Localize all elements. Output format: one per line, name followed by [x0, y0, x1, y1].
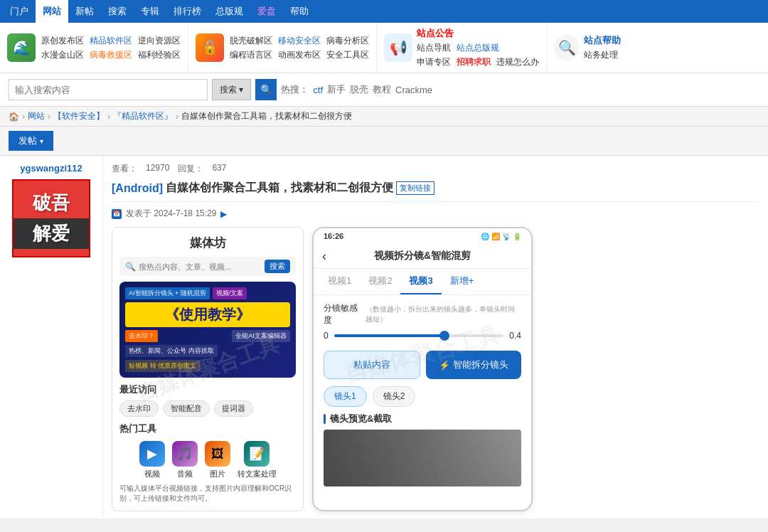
link-programming[interactable]: 编程语言区	[230, 49, 272, 61]
help-title[interactable]: 站点帮助	[584, 34, 621, 47]
phone-slider-section: 分镜敏感度 （数值越小，拆分出来的镜头越多，单镜头时间越短） 0 0.4	[314, 295, 531, 348]
app-screenshot: 自媒体聚合工具 媒体坊 🔍 搜索 AI智能拆分镜头 + 随机混剪 视频/文案 《…	[112, 227, 304, 511]
phone-tab-2[interactable]: 视频2	[360, 269, 400, 294]
clip-tab-2[interactable]: 镜头2	[373, 386, 416, 407]
post-thread-btn[interactable]: 发帖 ▾	[9, 131, 53, 151]
breadcrumb: 🏠 › 网站 › 【软件安全】 › 『精品软件区』 › 自媒体创作聚合工具箱，找…	[0, 107, 768, 127]
link-unpack[interactable]: 脱壳破解区	[230, 35, 272, 47]
nav-item-rules[interactable]: 总版规	[208, 0, 250, 23]
tool-text[interactable]: 📝 转文案处理	[238, 441, 277, 479]
banner-mid: 🔓 脱壳破解区 移动安全区 病毒分析区 编程语言区 动画发布区 安全工具区	[188, 23, 376, 73]
link-security-tools[interactable]: 安全工具区	[326, 49, 369, 61]
paste-content-btn[interactable]: 粘贴内容	[324, 351, 420, 379]
phone-tabs: 视频1 视频2 视频3 新增+	[314, 269, 531, 295]
help-logo: 🔍	[554, 35, 580, 60]
tool-image[interactable]: 🖼 图片	[205, 441, 230, 479]
link-virus-analysis[interactable]: 病毒分析区	[326, 35, 369, 47]
phone-tab-3[interactable]: 视频3	[400, 269, 441, 294]
link-welfare[interactable]: 福利经验区	[138, 49, 181, 61]
phone-tab-new[interactable]: 新增+	[442, 269, 483, 294]
hot-tag-unpack[interactable]: 脱壳	[350, 83, 368, 96]
hot-tag-tutorial[interactable]: 教程	[373, 83, 391, 96]
nav-item-help[interactable]: 帮助	[283, 0, 316, 23]
clip-tab-1[interactable]: 镜头1	[324, 386, 367, 407]
link-recruit[interactable]: 招聘求职	[457, 56, 491, 68]
bc-site[interactable]: 网站	[28, 110, 45, 122]
post-meta: 📅 发表于 2024-7-18 15:29 ▶	[112, 208, 759, 220]
post-date: 发表于 2024-7-18 15:29	[126, 208, 216, 220]
app-search-btn[interactable]: 搜索	[265, 260, 290, 273]
slider-hint: （数值越小，拆分出来的镜头越多，单镜头时间越短）	[366, 304, 521, 324]
smart-split-btn[interactable]: ⚡ 智能拆分镜头	[426, 351, 521, 379]
bc-premium[interactable]: 『精品软件区』	[113, 110, 173, 122]
bc-sep-4: ›	[176, 112, 178, 122]
phone-mock: 自媒体聚合工具 16:26 🌐 📶 📡 🔋 ‹ 视频拆分镜&智能混剪	[312, 227, 533, 511]
slider-min-val: 0	[324, 331, 329, 341]
hot-tag-crackme[interactable]: Crackme	[395, 85, 432, 95]
search-icon-btn[interactable]: 🔍	[255, 79, 277, 100]
hot-tag-newbie[interactable]: 新手	[327, 83, 346, 96]
avatar: 破吾 解爱	[12, 179, 90, 257]
tool-image-label: 图片	[210, 469, 225, 479]
link-reverse[interactable]: 逆向资源区	[138, 35, 181, 47]
link-virus-rescue[interactable]: 病毒救援区	[90, 49, 132, 61]
smart-split-icon: ⚡	[439, 360, 450, 371]
link-animation[interactable]: 动画发布区	[278, 49, 321, 61]
phone-status-icons: 🌐 📶 📡 🔋	[481, 233, 521, 240]
nav-item-search[interactable]: 搜索	[101, 0, 134, 23]
phone-screen-title: 视频拆分镜&智能混剪	[374, 250, 471, 262]
slider-fill	[334, 334, 444, 337]
slider-thumb[interactable]	[439, 331, 449, 341]
nav-item-aipan[interactable]: 爱盘	[250, 0, 283, 23]
author-name[interactable]: ygswangzi112	[6, 163, 97, 174]
search-input[interactable]	[9, 79, 208, 100]
announce-title[interactable]: 站点公告	[417, 27, 539, 40]
post-btn-label: 发帖	[18, 134, 37, 147]
announce-logo: 📢	[384, 33, 412, 62]
phone-back-btn[interactable]: ‹	[322, 249, 326, 264]
tool-audio[interactable]: 🎵 音频	[172, 441, 198, 479]
banner-row: 🌊 原创发布区 精品软件区 逆向资源区 水漫金山区 病毒救援区 福利经验区 🔓 …	[0, 23, 768, 73]
nav-item-portal[interactable]: 门户	[3, 0, 36, 23]
tool-video-label: 视频	[144, 469, 160, 479]
chip-teleprompter[interactable]: 提词器	[214, 400, 253, 417]
search-row: 搜索 ▾ 🔍 热搜： ctf 新手 脱壳 教程 Crackme	[0, 73, 768, 107]
bc-security[interactable]: 【软件安全】	[53, 110, 105, 122]
chip-dubbing[interactable]: 智能配音	[163, 400, 210, 417]
replies-label: 回复：	[178, 163, 203, 175]
app-banner-sub2: 全能AI文案编辑器	[232, 330, 290, 342]
app-search-icon: 🔍	[125, 262, 136, 272]
site-logo: 🌊	[7, 33, 36, 62]
link-premium[interactable]: 精品软件区	[90, 35, 132, 47]
search-dropdown-btn[interactable]: 搜索 ▾	[212, 79, 251, 100]
nav-item-ranking[interactable]: 排行榜	[166, 0, 208, 23]
chip-watermark[interactable]: 去水印	[119, 400, 159, 417]
link-water[interactable]: 水漫金山区	[41, 49, 84, 61]
tool-video[interactable]: ▶ 视频	[139, 441, 165, 479]
help-sub[interactable]: 站务处理	[584, 49, 621, 61]
link-apply[interactable]: 申请专区	[417, 56, 451, 68]
hot-tag-ctf[interactable]: ctf	[313, 85, 323, 95]
link-site-nav[interactable]: 站点导航	[417, 42, 451, 54]
phone-tab-1[interactable]: 视频1	[319, 269, 360, 294]
app-search-input[interactable]	[139, 262, 262, 271]
nav-item-site[interactable]: 网站	[36, 0, 68, 23]
bc-sep-2: ›	[48, 112, 50, 122]
nav-item-album[interactable]: 专辑	[134, 0, 166, 23]
link-site-rules[interactable]: 站点总版规	[457, 42, 499, 54]
link-violation[interactable]: 违规怎么办	[496, 56, 539, 68]
phone-status-bar: 16:26 🌐 📶 📡 🔋	[314, 228, 531, 244]
nav-item-new[interactable]: 新帖	[68, 0, 101, 23]
recent-chips: 去水印 智能配音 提词器	[119, 400, 296, 417]
post-date-arrow[interactable]: ▶	[220, 209, 227, 219]
link-original[interactable]: 原创发布区	[41, 35, 84, 47]
recent-title: 最近访问	[119, 383, 296, 396]
copy-link-btn[interactable]: 复制链接	[396, 181, 434, 195]
slider-label: 分镜敏感度	[324, 302, 363, 326]
slider-max-val: 0.4	[509, 331, 521, 341]
link-mobile-sec[interactable]: 移动安全区	[278, 35, 321, 47]
breadcrumb-home-icon[interactable]: 🏠	[9, 112, 19, 122]
bc-current: 自媒体创作聚合工具箱，找素材和二创很方便	[181, 110, 352, 122]
slider-track[interactable]	[334, 334, 504, 337]
tool-text-label: 转文案处理	[238, 469, 277, 479]
